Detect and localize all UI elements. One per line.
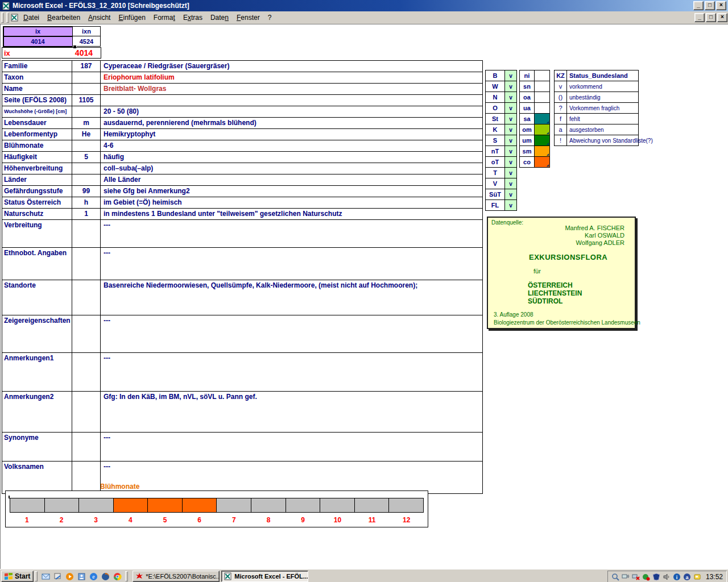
current-record-label[interactable]: ix bbox=[2, 49, 75, 57]
field-value[interactable]: Gfg: In den KäB, im BM, nVL, söVL u. Pan… bbox=[101, 392, 483, 432]
bundesland-code-cell[interactable]: B bbox=[486, 70, 505, 81]
legend-kz-cell[interactable]: f bbox=[555, 114, 567, 124]
field-label[interactable]: Blühmonate bbox=[2, 140, 72, 151]
field-value[interactable]: Alle Länder bbox=[101, 174, 483, 185]
tray-network-error-icon[interactable] bbox=[632, 573, 640, 581]
field-label[interactable]: Zeigereigenschaften bbox=[2, 315, 72, 352]
bundesland-status-cell[interactable]: v bbox=[505, 103, 517, 114]
tray-card-reader-icon[interactable] bbox=[693, 573, 702, 581]
field-code[interactable]: 5 bbox=[72, 152, 101, 163]
taskbar-grip[interactable] bbox=[125, 571, 128, 581]
region-color-cell[interactable] bbox=[535, 70, 550, 81]
bundesland-code-cell[interactable]: St bbox=[486, 114, 505, 124]
bundesland-status-cell[interactable]: v bbox=[505, 92, 517, 103]
bundesland-code-cell[interactable]: oT bbox=[486, 157, 505, 168]
bloom-months-chart[interactable]: 123456789101112 bbox=[5, 490, 428, 527]
bundesland-code-cell[interactable]: K bbox=[486, 124, 505, 135]
field-value[interactable]: 20 - 50 (80) bbox=[101, 106, 483, 117]
field-value[interactable]: --- bbox=[101, 315, 483, 352]
task-button[interactable]: *E:\EFÖLS2007\Botanisc... bbox=[133, 571, 220, 582]
field-code[interactable] bbox=[72, 462, 101, 493]
menu-format[interactable]: Format bbox=[150, 12, 179, 23]
region-code-cell[interactable]: sn bbox=[520, 81, 535, 92]
close-button[interactable]: × bbox=[716, 1, 726, 10]
bundesland-code-cell[interactable]: FL bbox=[486, 200, 505, 211]
legend-text-cell[interactable]: Abweichung von Standardliste(?) bbox=[567, 135, 639, 146]
current-record-value[interactable]: 4014 bbox=[75, 48, 101, 57]
field-code[interactable]: 99 bbox=[72, 186, 101, 197]
field-code[interactable] bbox=[72, 140, 101, 151]
region-color-cell[interactable] bbox=[535, 146, 550, 157]
menu-extras[interactable]: Extras bbox=[179, 12, 206, 23]
field-value[interactable]: in mindestens 1 Bundesland unter "teilwe… bbox=[101, 209, 483, 219]
bundesland-status-cell[interactable]: v bbox=[505, 135, 517, 146]
field-value[interactable]: im Gebiet (=Ö) heimisch bbox=[101, 197, 483, 208]
quicklaunch-outlook-express-icon[interactable] bbox=[41, 572, 50, 581]
quicklaunch-show-desktop-icon[interactable] bbox=[53, 572, 62, 581]
bundesland-status-cell[interactable]: v bbox=[505, 114, 517, 124]
menu-einfgen[interactable]: Einfügen bbox=[114, 12, 149, 23]
bundesland-status-cell[interactable]: v bbox=[505, 189, 517, 200]
toolbar-grip[interactable] bbox=[1, 13, 4, 23]
bundesland-code-cell[interactable]: SüT bbox=[486, 189, 505, 200]
ixn-header-cell[interactable]: ixn bbox=[73, 27, 101, 36]
field-label[interactable]: Standorte bbox=[2, 280, 72, 315]
field-label[interactable]: Verbreitung bbox=[2, 220, 72, 247]
legend-kz-cell[interactable]: ? bbox=[555, 103, 567, 114]
quicklaunch-firefox-icon[interactable] bbox=[101, 572, 110, 581]
quicklaunch-chrome-icon[interactable] bbox=[113, 572, 122, 581]
legend-text-cell[interactable]: unbeständig bbox=[567, 92, 639, 103]
toolbar-grip[interactable] bbox=[6, 13, 9, 23]
region-color-cell[interactable] bbox=[535, 135, 550, 146]
field-label[interactable]: Häufigkeit bbox=[2, 152, 72, 163]
field-code[interactable] bbox=[72, 163, 101, 174]
field-value[interactable]: Hemikryptophyt bbox=[101, 129, 483, 140]
field-code[interactable] bbox=[72, 72, 101, 83]
region-color-cell[interactable] bbox=[535, 103, 550, 114]
field-value[interactable] bbox=[101, 95, 483, 106]
bundesland-status-cell[interactable]: v bbox=[505, 168, 517, 178]
tray-info-icon[interactable]: i bbox=[673, 573, 681, 581]
field-code[interactable] bbox=[72, 174, 101, 185]
field-value[interactable]: ausdauernd, perennierend (mehrmals blühe… bbox=[101, 118, 483, 128]
field-label[interactable]: Taxon bbox=[2, 72, 72, 83]
bundesland-code-cell[interactable]: S bbox=[486, 135, 505, 146]
region-color-cell[interactable] bbox=[535, 124, 550, 135]
field-value[interactable]: --- bbox=[101, 433, 483, 461]
region-code-cell[interactable]: oa bbox=[520, 92, 535, 103]
field-label[interactable]: Anmerkungen1 bbox=[2, 353, 72, 391]
workbook-restore-button[interactable]: □ bbox=[706, 13, 716, 22]
bundesland-status-cell[interactable]: v bbox=[505, 70, 517, 81]
region-code-cell[interactable]: um bbox=[520, 135, 535, 146]
bundesland-status-cell[interactable]: v bbox=[505, 81, 517, 92]
region-code-cell[interactable]: co bbox=[520, 157, 535, 168]
quicklaunch-internet-explorer-icon[interactable]: e bbox=[89, 572, 98, 581]
bundesland-status-cell[interactable]: v bbox=[505, 124, 517, 135]
region-code-cell[interactable]: sm bbox=[520, 146, 535, 157]
field-code[interactable] bbox=[72, 84, 101, 94]
bundesland-code-cell[interactable]: V bbox=[486, 178, 505, 189]
field-label[interactable]: Volksnamen bbox=[2, 462, 72, 493]
field-value[interactable]: --- bbox=[101, 462, 483, 493]
field-value[interactable]: coll–suba(–alp) bbox=[101, 163, 483, 174]
menu-fenster[interactable]: Fenster bbox=[233, 12, 264, 23]
region-color-cell[interactable] bbox=[535, 157, 550, 168]
bundesland-code-cell[interactable]: O bbox=[486, 103, 505, 114]
tray-shield-icon[interactable] bbox=[652, 573, 661, 581]
workbook-close-button[interactable]: × bbox=[717, 13, 727, 22]
field-label[interactable]: Gefährdungsstufe bbox=[2, 186, 72, 197]
field-label[interactable]: Lebensdauer bbox=[2, 118, 72, 128]
workbook-icon[interactable] bbox=[10, 13, 19, 22]
field-code[interactable]: 1105 bbox=[72, 95, 101, 106]
field-label[interactable]: Status Österreich bbox=[2, 197, 72, 208]
legend-status-header[interactable]: Status_Bundesland bbox=[567, 70, 639, 81]
tray-dictionary-icon[interactable]: a bbox=[683, 573, 692, 581]
menu-ansicht[interactable]: Ansicht bbox=[84, 12, 114, 23]
field-label[interactable]: Seite (EFÖLS 2008) bbox=[2, 95, 72, 106]
restore-button[interactable]: □ bbox=[705, 1, 715, 10]
field-value[interactable]: --- bbox=[101, 353, 483, 391]
field-code[interactable] bbox=[72, 315, 101, 352]
ix-value-cell[interactable]: 4014 bbox=[3, 36, 73, 47]
field-label[interactable]: Familie bbox=[2, 61, 72, 72]
field-label[interactable]: Länder bbox=[2, 174, 72, 185]
